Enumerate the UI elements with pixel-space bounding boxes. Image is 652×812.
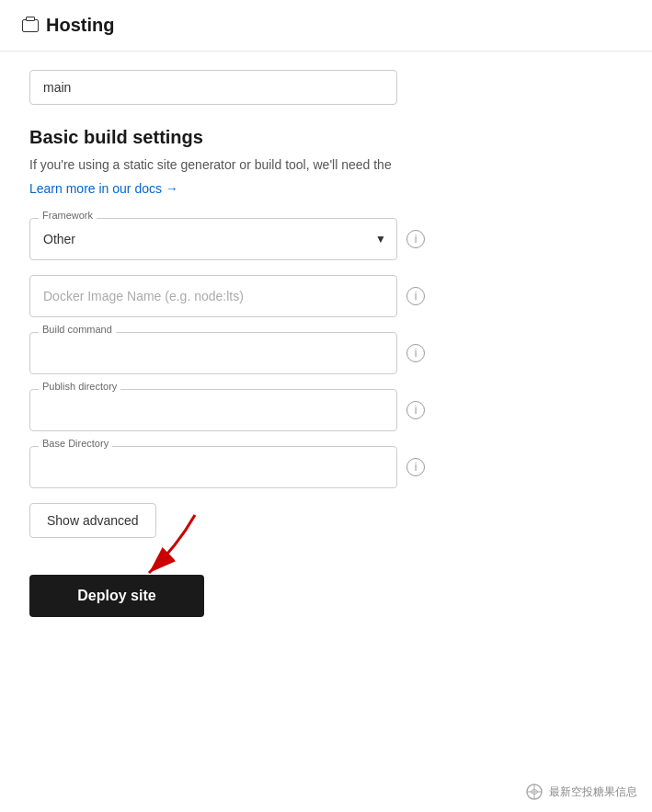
base-directory-info-icon[interactable]: i	[406, 458, 425, 476]
framework-label: Framework	[39, 210, 97, 221]
framework-group: Framework Other React Vue Angular Next.j…	[29, 218, 623, 260]
base-directory-input[interactable]	[29, 446, 397, 488]
framework-field-wrapper: Framework Other React Vue Angular Next.j…	[29, 218, 397, 260]
docker-info-icon[interactable]: i	[406, 287, 425, 305]
learn-more-link[interactable]: Learn more in our docs →	[29, 181, 178, 196]
framework-info-icon[interactable]: i	[406, 230, 425, 248]
page-header: Hosting	[0, 0, 652, 51]
framework-select-wrapper: Other React Vue Angular Next.js Gatsby H…	[29, 218, 397, 260]
show-advanced-button[interactable]: Show advanced	[29, 503, 156, 538]
base-directory-field-wrapper: Base Directory	[29, 446, 397, 488]
publish-directory-field-wrapper: Publish directory	[29, 389, 397, 431]
docker-image-field-wrapper	[29, 275, 397, 317]
section-title: Basic build settings	[29, 127, 623, 148]
publish-directory-info-icon[interactable]: i	[406, 401, 425, 419]
watermark-icon	[525, 783, 543, 801]
docker-image-input[interactable]	[29, 275, 397, 317]
build-command-label: Build command	[39, 324, 116, 335]
framework-select[interactable]: Other React Vue Angular Next.js Gatsby H…	[29, 218, 397, 260]
watermark: 最新空投糖果信息	[525, 783, 637, 801]
build-command-field-wrapper: Build command	[29, 332, 397, 374]
build-command-group: Build command i	[29, 332, 623, 374]
main-content: Basic build settings If you're using a s…	[0, 51, 652, 811]
deploy-site-wrapper: Deploy site	[29, 575, 623, 617]
branch-input[interactable]	[29, 70, 397, 105]
docker-image-group: i	[29, 275, 623, 317]
page-title: Hosting	[46, 15, 114, 36]
basic-build-settings-section: Basic build settings If you're using a s…	[29, 127, 623, 617]
build-command-info-icon[interactable]: i	[406, 344, 425, 362]
section-description: If you're using a static site generator …	[29, 155, 623, 175]
deploy-site-button[interactable]: Deploy site	[29, 575, 204, 617]
base-directory-label: Base Directory	[39, 438, 112, 449]
branch-input-wrapper	[29, 70, 623, 105]
base-directory-group: Base Directory i	[29, 446, 623, 488]
watermark-text: 最新空投糖果信息	[549, 784, 637, 800]
monitor-icon	[22, 19, 39, 32]
publish-directory-group: Publish directory i	[29, 389, 623, 431]
show-advanced-wrapper: Show advanced	[29, 503, 623, 556]
build-command-input[interactable]	[29, 332, 397, 374]
publish-directory-input[interactable]	[29, 389, 397, 431]
publish-directory-label: Publish directory	[39, 381, 120, 392]
